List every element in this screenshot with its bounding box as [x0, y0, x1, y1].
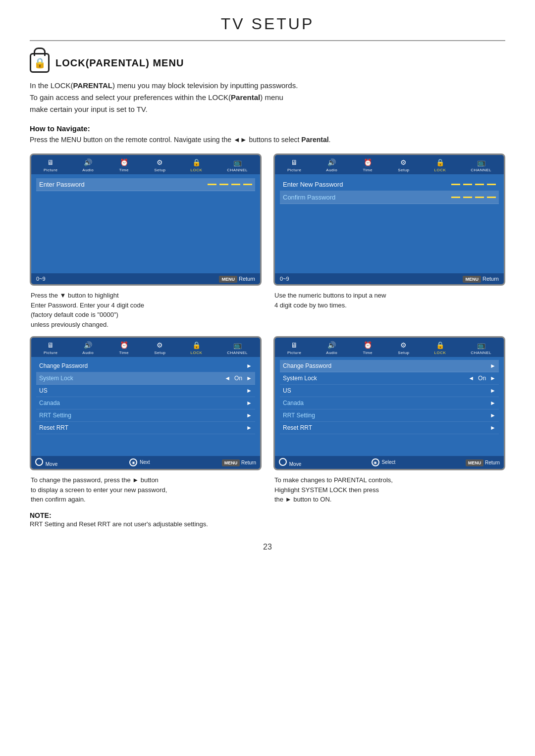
screen1-wrap: 🖥 Picture 🔊 Audio ⏰ Time ⚙ Setup	[30, 153, 262, 329]
screen3-spacer	[36, 434, 255, 444]
new-password-dashes	[451, 184, 496, 185]
picture-icon-4: 🖥	[289, 341, 300, 350]
menu-item-channel-4: 📺 CHANNEL	[471, 341, 491, 355]
screen3-caption: To change the password, press the ► butt…	[30, 475, 262, 504]
picture-icon-2: 🖥	[289, 158, 300, 167]
lock-canada: Canada ►	[36, 397, 255, 409]
bottom-screens-row: 🖥 Picture 🔊 Audio ⏰ Time ⚙ Setup	[30, 336, 505, 504]
description: In the LOCK(PARENTAL) menu you may block…	[30, 80, 505, 115]
screen1-caption: Press the ▼ button to highlight Enter Pa…	[30, 291, 262, 329]
setup-icon: ⚙	[155, 158, 165, 167]
page-title: TV SETUP	[30, 15, 505, 41]
menu-bar-2: 🖥 Picture 🔊 Audio ⏰ Time ⚙ Setup	[275, 155, 504, 174]
canada-label: Canada	[39, 400, 246, 406]
page: TV SETUP 🔒 LOCK(PARENTAL) MENU In the LO…	[0, 0, 535, 756]
screen4-caption: To make changes to PARENTAL controls, Hi…	[273, 475, 505, 504]
rrt-setting-arrow-4: ►	[490, 412, 496, 419]
menu-item-picture: 🖥 Picture	[44, 158, 57, 172]
reset-rrt-label: Reset RRT	[39, 424, 246, 431]
screen2-wrap: 🖥 Picture 🔊 Audio ⏰ Time ⚙ Setup	[273, 153, 505, 329]
change-password-label-4: Change Password	[283, 362, 490, 369]
change-password-arrow: ►	[246, 362, 252, 369]
time-icon-2: ⏰	[362, 158, 373, 167]
enter-new-password-row: Enter New Password	[280, 178, 499, 191]
screen1-content: Enter Password	[31, 174, 260, 273]
confirm-password-row: Confirm Password	[280, 191, 499, 204]
menu-item-setup-4: ⚙ Setup	[398, 341, 409, 355]
lock-menu-icon: 🔒	[191, 158, 202, 167]
change-password-arrow-4: ►	[490, 362, 496, 369]
screen4-content: Change Password ► System Lock ◄ On ► US …	[275, 357, 504, 456]
menu-item-picture-2: 🖥 Picture	[287, 158, 301, 172]
password-dashes	[208, 184, 252, 185]
us-label-4: US	[283, 387, 490, 394]
menu-item-time-3: ⏰ Time	[118, 341, 129, 355]
menu-item-audio-4: 🔊 Audio	[326, 341, 337, 355]
screen4-spacer	[280, 434, 499, 444]
top-screens-row: 🖥 Picture 🔊 Audio ⏰ Time ⚙ Setup	[30, 153, 505, 329]
dash-c3	[475, 197, 484, 198]
setup-icon-4: ⚙	[398, 341, 409, 350]
dash-n3	[475, 184, 484, 185]
us-label: US	[39, 387, 246, 394]
canada-label-4: Canada	[283, 400, 490, 406]
circle-next-icon: ◉	[129, 458, 137, 466]
note-text: RRT Setting and Reset RRT are not user's…	[30, 520, 505, 528]
screen2-bottom: 0~9 MENU Return	[275, 273, 504, 284]
confirm-password-label: Confirm Password	[283, 194, 447, 201]
screen3-return-group: MENU Return	[222, 460, 256, 465]
screen2-content: Enter New Password Confirm Password	[275, 174, 504, 273]
lock-icon: 🔒	[30, 53, 50, 73]
dash2	[219, 184, 228, 185]
dash-c1	[451, 197, 460, 198]
menu-item-setup: ⚙ Setup	[154, 158, 165, 172]
lock-reset-rrt-4: Reset RRT ►	[280, 422, 499, 434]
dash-n4	[487, 184, 496, 185]
circle-move-icon	[35, 458, 43, 466]
screen2-return: Return	[482, 276, 499, 282]
menu-item-channel-3: 📺 CHANNEL	[227, 341, 248, 355]
section-title: LOCK(PARENTAL) MENU	[55, 57, 184, 69]
navigate-text: Press the MENU button on the remote cont…	[30, 136, 505, 144]
change-password-label: Change Password	[39, 362, 246, 369]
section-header: 🔒 LOCK(PARENTAL) MENU	[30, 53, 505, 73]
time-icon-4: ⏰	[362, 341, 373, 350]
menu-item-setup-2: ⚙ Setup	[398, 158, 409, 172]
screen4-bottom: Move ◉ Select MENU Return	[275, 456, 504, 469]
enter-password-row: Enter Password	[36, 178, 255, 191]
system-lock-arrow: ►	[246, 375, 252, 382]
lock-system-lock-4: System Lock ◄ On ►	[280, 372, 499, 385]
enter-new-password-label: Enter New Password	[283, 181, 447, 188]
rrt-setting-arrow: ►	[246, 412, 252, 419]
menu-bar-3: 🖥 Picture 🔊 Audio ⏰ Time ⚙ Setup	[31, 338, 260, 357]
menu-bar-1: 🖥 Picture 🔊 Audio ⏰ Time ⚙ Setup	[31, 155, 260, 174]
page-number: 23	[30, 543, 505, 552]
menu-btn-1: MENU	[219, 276, 237, 283]
screen1-spacer	[36, 191, 255, 251]
system-lock-value: On	[234, 375, 242, 382]
rrt-setting-label-4: RRT Setting	[283, 412, 490, 419]
lock-us-4: US ►	[280, 385, 499, 397]
reset-rrt-arrow-4: ►	[490, 424, 496, 431]
dash1	[208, 184, 216, 185]
rrt-setting-label: RRT Setting	[39, 412, 246, 419]
setup-icon-3: ⚙	[155, 341, 165, 350]
lock-us: US ►	[36, 385, 255, 397]
picture-icon: 🖥	[45, 158, 56, 167]
menu-item-lock: 🔒 LOCK	[191, 158, 203, 172]
screen1: 🖥 Picture 🔊 Audio ⏰ Time ⚙ Setup	[30, 153, 262, 286]
lock-canada-4: Canada ►	[280, 397, 499, 409]
menu-item-channel-2: 📺 CHANNEL	[471, 158, 491, 172]
menu-item-picture-4: 🖥 Picture	[287, 341, 301, 355]
channel-icon-3: 📺	[232, 341, 243, 350]
circle-select-icon-4: ◉	[372, 458, 379, 466]
menu-item-time: ⏰ Time	[118, 158, 129, 172]
menu-item-channel: 📺 CHANNEL	[227, 158, 248, 172]
lock-menu-icon-4: 🔒	[434, 341, 445, 350]
menu-item-lock-2: 🔒 LOCK	[434, 158, 446, 172]
menu-btn-3: MENU	[222, 459, 240, 466]
audio-icon-2: 🔊	[326, 158, 337, 167]
dash-c2	[463, 197, 472, 198]
lock-rrt-setting: RRT Setting ►	[36, 409, 255, 422]
dash-n2	[463, 184, 472, 185]
